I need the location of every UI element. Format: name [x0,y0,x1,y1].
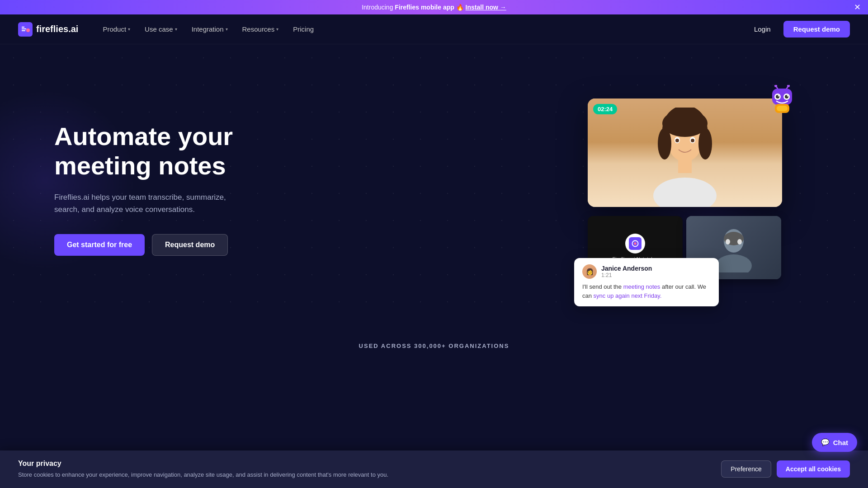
chevron-down-icon: ▾ [276,27,278,32]
svg-point-25 [691,139,694,142]
nav-item-product[interactable]: Product ▾ [96,22,137,37]
robot-icon [764,85,800,121]
navbar: fireflies.ai Product ▾ Use case ▾ Integr… [0,14,868,44]
sync-link[interactable]: sync up again next Friday. [594,292,662,299]
request-demo-button[interactable]: Request demo [783,21,850,38]
svg-point-20 [653,178,717,207]
cookie-description: Store cookies to enhance your experience… [18,470,712,479]
hero-left: Automate your meeting notes Fireflies.ai… [54,122,588,255]
logo-icon [18,22,33,37]
svg-point-28 [634,242,637,245]
svg-point-12 [787,95,788,97]
chevron-down-icon: ▾ [226,27,228,32]
chevron-down-icon: ▾ [175,27,177,32]
nav-item-usecase[interactable]: Use case ▾ [138,22,184,37]
cookie-banner: Your privacy Store cookies to enhance yo… [0,450,868,488]
chevron-down-icon: ▾ [128,27,130,32]
chat-widget-label: Chat [833,439,848,446]
svg-rect-14 [777,106,788,111]
cookie-text: Your privacy Store cookies to enhance yo… [18,460,712,479]
used-across-label: USED ACROSS 300,000+ ORGANIZATIONS [359,343,509,349]
get-started-button[interactable]: Get started for free [54,234,145,256]
svg-point-19 [698,128,712,160]
hero-buttons: Get started for free Request demo [54,234,588,256]
svg-point-11 [778,95,779,97]
chat-avatar: 👩 [582,264,597,279]
chat-widget-icon: 💬 [821,438,830,446]
svg-point-1 [26,28,30,32]
svg-point-32 [726,239,730,244]
hero-title: Automate your meeting notes [54,122,588,180]
nav-item-integration[interactable]: Integration ▾ [185,22,234,37]
used-across-section: USED ACROSS 300,000+ ORGANIZATIONS [0,324,868,358]
svg-point-24 [675,139,679,142]
svg-point-30 [716,254,752,272]
nav-links: Product ▾ Use case ▾ Integration ▾ Resou… [96,22,747,37]
install-link[interactable]: Install now → [466,4,506,11]
banner-close-button[interactable]: ✕ [854,2,861,12]
meeting-notes-link[interactable]: meeting notes [623,283,660,290]
chat-timestamp: 1:21 [601,272,652,278]
logo[interactable]: fireflies.ai [18,22,78,37]
top-banner: Introducing Fireflies mobile app 🔥 Insta… [0,0,868,14]
login-button[interactable]: Login [747,22,778,37]
chat-username: Janice Anderson [601,265,652,272]
svg-point-18 [658,128,671,160]
person-silhouette [640,108,730,207]
video-timer: 02:24 [593,104,617,114]
chat-message: I'll send out the meeting notes after ou… [582,282,711,300]
robot-mascot [764,85,800,121]
nav-right: Login Request demo [747,21,850,38]
hero-subtitle: Fireflies.ai helps your team transcribe,… [54,191,244,216]
accept-cookies-button[interactable]: Accept all cookies [777,460,850,478]
svg-point-33 [737,239,742,244]
svg-rect-21 [678,160,692,173]
preference-button[interactable]: Preference [721,460,771,478]
cookie-title: Your privacy [18,460,712,468]
fireflies-icon [629,237,642,250]
chat-widget-button[interactable]: 💬 Chat [812,433,857,452]
request-demo-hero-button[interactable]: Request demo [152,234,228,256]
nav-item-pricing[interactable]: Pricing [287,22,320,37]
video-main: 02:24 [588,99,782,207]
cookie-buttons: Preference Accept all cookies [721,460,850,478]
chat-user-info: 👩 Janice Anderson 1:21 [582,264,711,279]
hero-section: Automate your meeting notes Fireflies.ai… [0,44,868,324]
notetaker-icon [625,234,645,253]
chat-bubble: 👩 Janice Anderson 1:21 I'll send out the… [574,258,719,306]
logo-text: fireflies.ai [36,24,78,34]
banner-text: Introducing Fireflies mobile app 🔥 Insta… [362,4,506,11]
nav-item-resources[interactable]: Resources ▾ [236,22,285,37]
hero-right: 02:24 [588,99,814,279]
